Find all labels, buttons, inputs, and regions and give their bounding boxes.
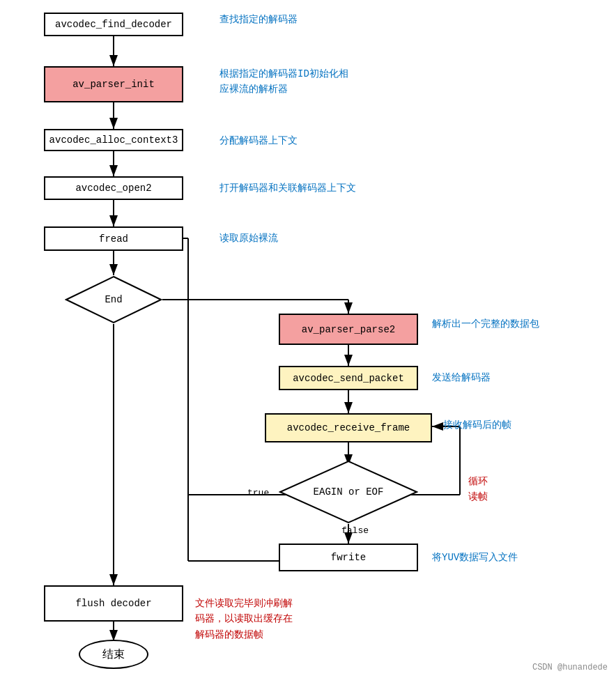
watermark: CSDN @hunandede (532, 663, 608, 672)
parser-parse2-annotation: 解析出一个完整的数据包 (432, 317, 599, 332)
true-label: true (247, 488, 269, 498)
false-label: false (341, 525, 369, 536)
find-decoder-box: avcodec_find_decoder (44, 13, 183, 36)
end-oval: 结束 (79, 640, 148, 669)
find-decoder-annotation: 查找指定的解码器 (220, 13, 429, 27)
end-diamond: End (65, 275, 162, 324)
send-packet-annotation: 发送给解码器 (432, 371, 571, 385)
parser-parse2-box: av_parser_parse2 (279, 314, 418, 345)
flush-annotation: 文件读取完毕则冲刷解码器，以读取出缓存在解码器的数据帧 (195, 596, 418, 642)
receive-frame-annotation: 接收解码后的帧 (443, 418, 596, 433)
fread-annotation: 读取原始裸流 (220, 231, 415, 246)
fread-box: fread (44, 226, 183, 251)
send-packet-box: avcodec_send_packet (279, 366, 418, 390)
eagin-diamond: EAGIN or EOF (279, 460, 418, 524)
fwrite-annotation: 将YUV数据写入文件 (432, 550, 585, 565)
fwrite-box: fwrite (279, 544, 418, 571)
flush-decoder-box: flush decoder (44, 585, 183, 622)
loop-annotation: 循环读帧 (468, 474, 538, 505)
parser-init-annotation: 根据指定的解码器ID初始化相应裸流的解析器 (220, 66, 442, 98)
receive-frame-box: avcodec_receive_frame (265, 413, 432, 442)
open2-annotation: 打开解码器和关联解码器上下文 (220, 181, 456, 196)
diagram-container: avcodec_find_decoder av_parser_init avco… (0, 0, 616, 678)
open2-box: avcodec_open2 (44, 176, 183, 200)
parser-init-box: av_parser_init (44, 66, 183, 102)
alloc-context-annotation: 分配解码器上下文 (220, 134, 429, 148)
alloc-context-box: avcodec_alloc_context3 (44, 129, 183, 151)
